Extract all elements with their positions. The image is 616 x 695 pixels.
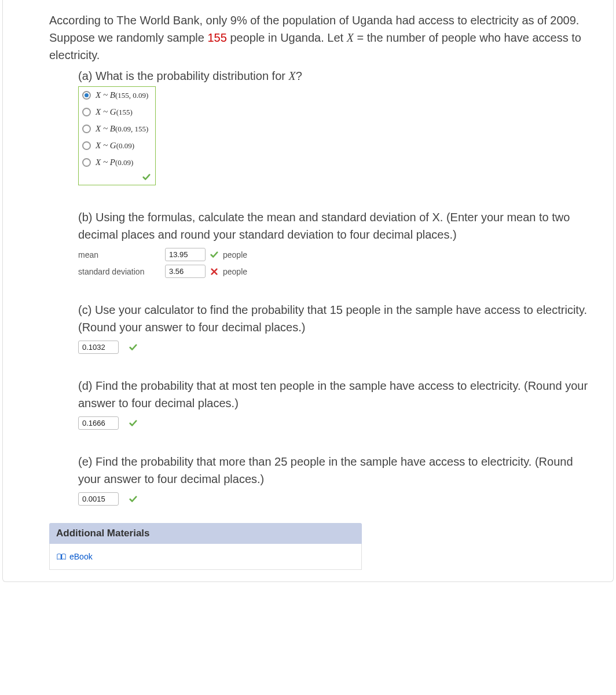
part-c-input[interactable] xyxy=(78,341,119,354)
radio-label-3: X ~ G(0.09) xyxy=(96,141,134,151)
check-icon xyxy=(142,173,151,181)
part-a-feedback xyxy=(79,171,155,185)
intro-text-2: people in Uganda. Let xyxy=(227,31,347,44)
part-e-answer xyxy=(78,492,596,506)
radio-input-1[interactable] xyxy=(82,108,91,116)
radio-input-2[interactable] xyxy=(82,125,91,133)
question-body: According to The World Bank, only 9% of … xyxy=(3,0,613,581)
part-e-text: (e) Find the probability that more than … xyxy=(78,453,596,488)
x-var-a: X xyxy=(289,70,296,82)
book-icon xyxy=(57,553,66,560)
stddev-input[interactable] xyxy=(165,265,206,278)
radio-label-4: X ~ P(0.09) xyxy=(96,158,133,167)
svg-rect-0 xyxy=(61,554,62,559)
radio-label-2: X ~ B(0.09, 155) xyxy=(96,124,148,134)
radio-label-1: X ~ G(155) xyxy=(96,107,133,117)
part-a: (a) What is the probability distribution… xyxy=(49,70,596,185)
radio-label-0: X ~ B(155, 0.09) xyxy=(96,90,148,100)
part-c: (c) Use your calculator to find the prob… xyxy=(49,301,596,354)
mean-unit: people xyxy=(223,250,247,259)
ebook-label: eBook xyxy=(69,552,93,561)
part-d: (d) Find the probability that at most te… xyxy=(49,377,596,430)
part-c-text: (c) Use your calculator to find the prob… xyxy=(78,301,596,336)
check-icon xyxy=(129,419,137,427)
radio-option-1[interactable]: X ~ G(155) xyxy=(79,104,155,120)
radio-option-3[interactable]: X ~ G(0.09) xyxy=(79,137,155,154)
part-b: (b) Using the formulas, calculate the me… xyxy=(49,209,596,278)
radio-option-4[interactable]: X ~ P(0.09) xyxy=(79,154,155,171)
mean-row: mean people xyxy=(78,248,596,261)
additional-materials-header: Additional Materials xyxy=(49,523,362,544)
radio-option-2[interactable]: X ~ B(0.09, 155) xyxy=(79,120,155,137)
stddev-label: standard deviation xyxy=(78,267,165,276)
check-icon xyxy=(210,251,218,259)
x-variable: X xyxy=(347,31,354,44)
part-d-answer xyxy=(78,416,596,430)
part-a-question: (a) What is the probability distribution… xyxy=(78,70,596,83)
ebook-link[interactable]: eBook xyxy=(57,552,93,561)
part-e: (e) Find the probability that more than … xyxy=(49,453,596,506)
part-e-input[interactable] xyxy=(78,492,119,506)
stddev-row: standard deviation people xyxy=(78,265,596,278)
check-icon xyxy=(129,495,137,503)
radio-option-0[interactable]: X ~ B(155, 0.09) xyxy=(79,87,155,104)
additional-materials-body: eBook xyxy=(49,544,362,570)
radio-input-3[interactable] xyxy=(82,141,91,150)
part-d-text: (d) Find the probability that at most te… xyxy=(78,377,596,412)
radio-input-0[interactable] xyxy=(82,91,91,100)
part-a-label: (a) What is the probability distribution… xyxy=(78,70,289,82)
mean-label: mean xyxy=(78,250,165,259)
radio-group: X ~ B(155, 0.09) X ~ G(155) X ~ B(0.09, … xyxy=(78,86,156,185)
part-b-answers: mean people standard deviation people xyxy=(78,248,596,278)
cross-icon xyxy=(210,268,218,276)
check-icon xyxy=(129,343,137,352)
question-panel: According to The World Bank, only 9% of … xyxy=(2,0,614,582)
part-b-text: (b) Using the formulas, calculate the me… xyxy=(78,209,596,243)
mean-input[interactable] xyxy=(165,248,206,261)
sample-size: 155 xyxy=(207,31,226,44)
radio-input-4[interactable] xyxy=(82,158,91,167)
part-d-input[interactable] xyxy=(78,416,119,430)
stddev-unit: people xyxy=(223,267,247,276)
question-intro: According to The World Bank, only 9% of … xyxy=(49,12,596,64)
part-c-answer xyxy=(78,341,596,354)
part-a-qmark: ? xyxy=(296,70,302,82)
